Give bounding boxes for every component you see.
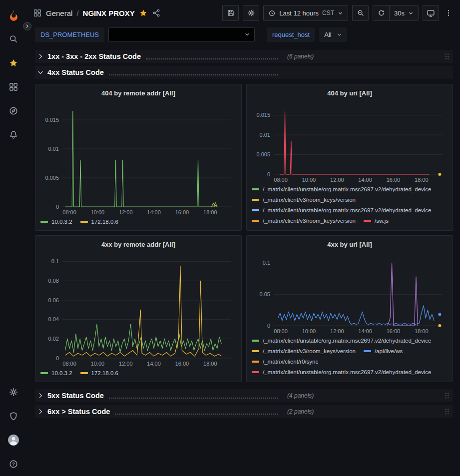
row-5xx[interactable]: 5xx Status Code (4 panels) — [35, 389, 453, 402]
sidebar-item-configuration[interactable] — [0, 380, 27, 404]
svg-text:0.01: 0.01 — [260, 132, 270, 138]
panel-legend: 10.0.3.2172.18.0.6 — [39, 216, 237, 227]
chevron-right-icon[interactable] — [37, 408, 44, 415]
legend-item[interactable]: 172.18.0.6 — [80, 216, 118, 227]
svg-text:0.05: 0.05 — [260, 291, 270, 297]
svg-text:18:00: 18:00 — [203, 209, 217, 215]
svg-text:18:00: 18:00 — [203, 361, 217, 367]
row-6xx[interactable]: 6xx > Status Code (2 panels) — [35, 405, 453, 418]
variable-label-request-host[interactable]: request_host — [267, 27, 315, 42]
panel-legend: 10.0.3.2172.18.0.6 — [39, 367, 237, 379]
row-title[interactable]: 6xx > Status Code — [47, 408, 110, 416]
sidebar-expand-button[interactable] — [23, 22, 31, 30]
svg-text:0.02: 0.02 — [48, 336, 59, 342]
timeseries-chart[interactable]: 00.020.040.060.080.108:0010:0012:0014:00… — [39, 252, 237, 367]
legend-item[interactable]: /_matrix/client/r0/sync — [252, 356, 318, 367]
more-options-button[interactable] — [443, 9, 454, 17]
clock-icon — [268, 9, 276, 17]
save-icon — [227, 9, 235, 17]
legend-item[interactable]: /sw.js — [364, 215, 389, 226]
breadcrumb-folder[interactable]: General — [46, 9, 72, 17]
sidebar-item-alerting[interactable] — [0, 123, 27, 147]
sidebar-item-server-admin[interactable] — [0, 404, 27, 428]
sidebar-item-explore[interactable] — [0, 99, 27, 123]
chart-svg: 00.0050.010.01508:0010:0012:0014:0016:00… — [251, 100, 449, 183]
zoom-out-button[interactable] — [352, 5, 369, 21]
legend-label: /_matrix/client/v3/room_keys/version — [263, 348, 356, 354]
svg-text:0.005: 0.005 — [256, 151, 270, 157]
legend-item[interactable]: /api/live/ws — [364, 346, 403, 356]
legend-item[interactable]: /_matrix/client/unstable/org.matrix.msc2… — [252, 184, 432, 194]
dashboard-settings-button[interactable] — [243, 5, 259, 21]
panel-title[interactable]: 404 by uri [All] — [251, 85, 449, 100]
sidebar-item-help[interactable]: ? — [0, 452, 27, 476]
sidebar-item-search[interactable] — [0, 27, 27, 51]
row-title[interactable]: 4xx Status Code — [47, 68, 104, 76]
variable-value-request-host[interactable]: All — [319, 27, 347, 42]
svg-text:0: 0 — [267, 323, 270, 329]
panel-title[interactable]: 404 by remote addr [All] — [39, 85, 237, 100]
chevron-down-icon[interactable] — [37, 69, 44, 76]
gear-icon — [8, 387, 18, 397]
row-drag-handle[interactable] — [444, 408, 451, 416]
chevron-right-icon[interactable] — [37, 53, 44, 60]
row-4xx[interactable]: 4xx Status Code — [35, 66, 453, 79]
row-drag-handle[interactable] — [444, 52, 451, 60]
chevron-right-icon[interactable] — [37, 392, 44, 399]
legend-item[interactable]: /_matrix/client/unstable/org.matrix.msc2… — [252, 205, 432, 215]
variable-value-datasource[interactable] — [108, 27, 255, 42]
legend-item[interactable]: /_matrix/client/v3/room_keys/version — [252, 215, 356, 226]
panel-title[interactable]: 4xx by remote addr [All] — [39, 237, 237, 252]
chart-svg: 00.050.108:0010:0012:0014:0016:0018:00 — [251, 252, 449, 335]
sidebar-item-profile[interactable] — [0, 428, 27, 452]
dashboard-body: 1xx - 3xx - 2xx Status Code (6 panels) 4… — [27, 46, 460, 418]
zoom-out-icon — [357, 9, 365, 17]
svg-text:12:00: 12:00 — [119, 361, 133, 367]
timeseries-chart[interactable]: 00.0050.010.01508:0010:0012:0014:0016:00… — [39, 100, 237, 216]
row-title[interactable]: 1xx - 3xx - 2xx Status Code — [47, 52, 141, 60]
grafana-logo[interactable] — [7, 4, 20, 27]
row-title[interactable]: 5xx Status Code — [47, 392, 104, 400]
panel-title[interactable]: 4xx by uri [All] — [251, 237, 449, 252]
favorite-star-icon[interactable] — [139, 8, 148, 17]
svg-text:18:00: 18:00 — [415, 328, 429, 334]
refresh-button[interactable] — [373, 5, 389, 21]
dashboard-title[interactable]: NGINX PROXY — [83, 9, 135, 17]
chevron-right-icon — [25, 24, 29, 28]
svg-text:0.005: 0.005 — [45, 175, 59, 181]
sidebar: ? — [0, 0, 27, 476]
panel-legend: /_matrix/client/unstable/org.matrix.msc2… — [251, 183, 449, 227]
panel-4xx-by-uri: 4xx by uri [All] 00.050.108:0010:0012:00… — [246, 235, 453, 382]
legend-item[interactable]: /_matrix/client/v3/room_keys/version — [252, 346, 356, 356]
legend-item[interactable]: /_matrix/client/v3/room_keys/version — [252, 194, 356, 205]
save-dashboard-button[interactable] — [222, 5, 239, 21]
variable-label-datasource[interactable]: DS_PROMETHEUS — [35, 27, 104, 42]
panel-404-by-remote-addr: 404 by remote addr [All] 00.0050.010.015… — [35, 84, 242, 231]
refresh-interval-picker[interactable]: 30s — [389, 5, 419, 21]
timeseries-chart[interactable]: 00.050.108:0010:0012:0014:0016:0018:00 — [251, 252, 449, 335]
dashboard-header: General / NGINX PROXY — [27, 0, 460, 26]
share-icon[interactable] — [152, 8, 161, 17]
row-dotted-leader — [109, 393, 278, 399]
legend-label: /_matrix/client/r0/sync — [263, 359, 318, 365]
sidebar-item-starred[interactable] — [0, 51, 27, 75]
legend-item[interactable]: 10.0.3.2 — [40, 216, 72, 227]
tv-mode-button[interactable] — [423, 5, 439, 21]
row-1xx-3xx-2xx[interactable]: 1xx - 3xx - 2xx Status Code (6 panels) — [35, 50, 453, 63]
legend-swatch — [40, 372, 48, 374]
chevron-down-icon — [337, 32, 342, 37]
legend-item[interactable]: 172.18.0.6 — [80, 368, 118, 378]
row-drag-handle[interactable] — [444, 392, 451, 400]
timeseries-chart[interactable]: 00.0050.010.01508:0010:0012:0014:0016:00… — [251, 100, 449, 183]
svg-text:12:00: 12:00 — [119, 209, 133, 215]
sidebar-item-dashboards[interactable] — [0, 75, 27, 99]
legend-item[interactable]: /_matrix/client/unstable/org.matrix.msc2… — [252, 335, 432, 346]
svg-text:0.015: 0.015 — [45, 117, 59, 123]
time-range-picker[interactable]: Last 12 hours CST — [263, 5, 348, 21]
legend-item[interactable]: 10.0.3.2 — [40, 368, 72, 378]
panel-404-by-uri: 404 by uri [All] 00.0050.010.01508:0010:… — [246, 84, 453, 231]
svg-text:0.01: 0.01 — [48, 146, 59, 152]
panels-grid: 404 by remote addr [All] 00.0050.010.015… — [35, 84, 453, 382]
svg-text:12:00: 12:00 — [330, 328, 344, 334]
legend-item[interactable]: /_matrix/client/unstable/org.matrix.msc2… — [252, 367, 432, 377]
